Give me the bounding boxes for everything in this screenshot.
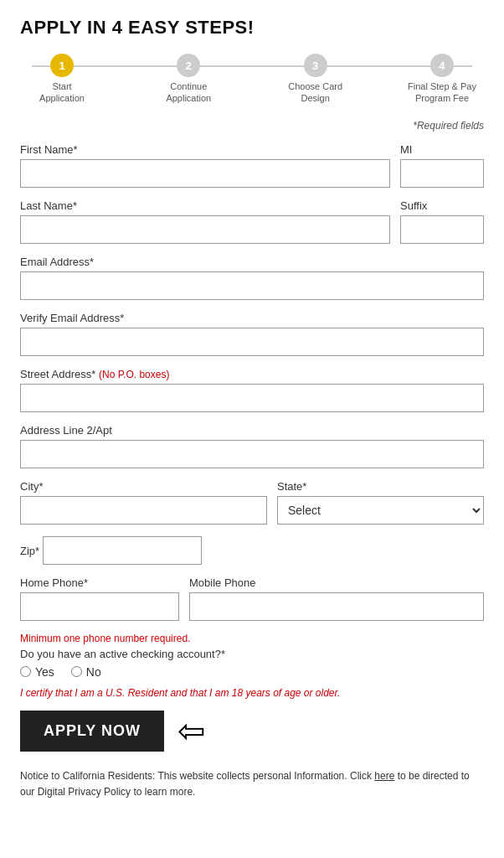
step-1-label: StartApplication <box>39 80 85 105</box>
radio-yes[interactable] <box>20 666 31 677</box>
last-name-input[interactable] <box>20 215 390 244</box>
radio-group: Yes No <box>20 665 484 679</box>
first-name-group: First Name* <box>20 143 390 188</box>
address2-group: Address Line 2/Apt <box>20 424 484 468</box>
zip-input[interactable] <box>43 536 202 565</box>
city-group: City* <box>20 480 267 525</box>
verify-email-input[interactable] <box>20 328 484 356</box>
step-2-circle: 2 <box>177 54 200 77</box>
apply-now-button[interactable]: APPLY NOW <box>20 711 164 752</box>
step-4-label: Final Step & PayProgram Fee <box>408 80 476 105</box>
city-label: City* <box>20 480 267 493</box>
zip-label: Zip* <box>20 545 43 557</box>
verify-email-group: Verify Email Address* <box>20 312 484 356</box>
step-2-label: ContinueApplication <box>166 80 211 105</box>
address2-input[interactable] <box>20 440 484 468</box>
street-group: Street Address* (No P.O. boxes) <box>20 368 484 412</box>
last-name-group: Last Name* <box>20 199 390 244</box>
home-phone-input[interactable] <box>20 592 179 621</box>
radio-no[interactable] <box>71 666 82 677</box>
email-group: Email Address* <box>20 256 484 300</box>
zip-group: Zip* <box>20 536 484 565</box>
mi-label: MI <box>400 143 484 156</box>
mobile-phone-label: Mobile Phone <box>189 576 484 589</box>
radio-yes-label[interactable]: Yes <box>20 665 54 679</box>
checking-group: Do you have an active checking account?*… <box>20 648 484 679</box>
city-input[interactable] <box>20 496 267 525</box>
street-input[interactable] <box>20 384 484 412</box>
phone-error: Minimum one phone number required. <box>20 633 484 644</box>
required-note: *Required fields <box>20 120 484 132</box>
step-3-label: Choose CardDesign <box>288 80 342 105</box>
apply-row: APPLY NOW ⇦ <box>20 711 484 752</box>
email-input[interactable] <box>20 271 484 300</box>
first-name-label: First Name* <box>20 143 390 156</box>
verify-email-label: Verify Email Address* <box>20 312 484 324</box>
radio-no-label[interactable]: No <box>71 665 101 679</box>
checking-label: Do you have an active checking account?* <box>20 648 484 660</box>
mobile-phone-input[interactable] <box>189 592 484 621</box>
privacy-policy-link[interactable]: here <box>374 770 394 782</box>
home-phone-label: Home Phone* <box>20 576 179 589</box>
step-1-circle: 1 <box>50 54 74 77</box>
address2-label: Address Line 2/Apt <box>20 424 484 437</box>
page-title: APPLY IN 4 EASY STEPS! <box>20 17 484 39</box>
notice-text: Notice to California Residents: This web… <box>20 768 484 800</box>
state-select[interactable]: Select AL AK AZ AR CA CO CT DE FL GA HI … <box>277 496 484 525</box>
step-4-circle: 4 <box>430 54 454 77</box>
mi-group: MI <box>400 143 484 188</box>
mobile-phone-group: Mobile Phone <box>189 576 484 621</box>
step-2: 2 ContinueApplication <box>147 54 230 105</box>
suffix-group: Suffix <box>400 199 484 244</box>
last-name-label: Last Name* <box>20 199 390 212</box>
suffix-input[interactable] <box>400 215 484 244</box>
state-label: State* <box>277 480 484 493</box>
suffix-label: Suffix <box>400 199 484 212</box>
certify-text: I certify that I am a U.S. Resident and … <box>20 687 484 699</box>
mi-input[interactable] <box>400 159 484 188</box>
step-4: 4 Final Step & PayProgram Fee <box>400 54 484 105</box>
state-group: State* Select AL AK AZ AR CA CO CT DE FL… <box>277 480 484 525</box>
street-label: Street Address* (No P.O. boxes) <box>20 368 484 380</box>
first-name-input[interactable] <box>20 159 390 188</box>
stepper: 1 StartApplication 2 ContinueApplication… <box>20 54 484 105</box>
step-3-circle: 3 <box>304 54 327 77</box>
step-1: 1 StartApplication <box>20 54 104 105</box>
email-label: Email Address* <box>20 256 484 268</box>
step-3: 3 Choose CardDesign <box>274 54 357 105</box>
home-phone-group: Home Phone* <box>20 576 179 621</box>
arrow-left-icon: ⇦ <box>177 711 206 750</box>
